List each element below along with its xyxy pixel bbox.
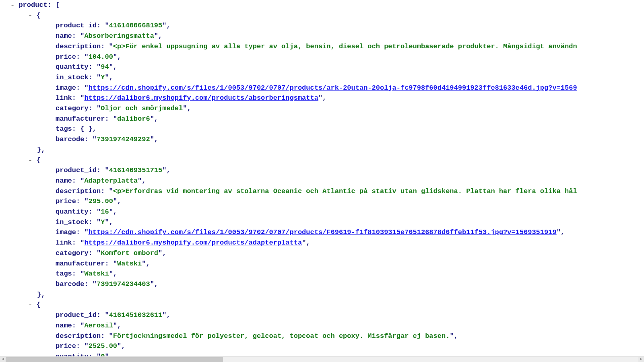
- field-manufacturer: manufacturer: "dalibor6",: [0, 114, 644, 124]
- object-open: - {: [0, 300, 644, 310]
- field-quantity: quantity: "0",: [0, 352, 644, 356]
- field-product-id: product_id: "4161409351715",: [0, 165, 644, 176]
- field-product-id: product_id: "4161451032611",: [0, 310, 644, 321]
- object-open: - {: [0, 155, 644, 166]
- root-array-open: - product: [: [0, 0, 644, 10]
- field-link: link: "https://dalibor6.myshopify.com/pr…: [0, 93, 644, 103]
- collapse-toggle-icon[interactable]: -: [28, 301, 36, 309]
- field-link: link: "https://dalibor6.myshopify.com/pr…: [0, 238, 644, 248]
- json-tree-viewer: - product: [ - { product_id: "4161400668…: [0, 0, 644, 356]
- field-barcode: barcode: "7391974249292",: [0, 134, 644, 145]
- object-close: },: [0, 290, 644, 300]
- object-close: },: [0, 145, 644, 155]
- field-description: description: "<p>Erfordras vid montering…: [0, 186, 644, 197]
- field-barcode: barcode: "7391974234403",: [0, 279, 644, 290]
- field-in-stock: in_stock: "Y",: [0, 72, 644, 83]
- scroll-left-button[interactable]: ◀: [0, 357, 6, 362]
- url-link[interactable]: https://dalibor6.myshopify.com/products/…: [84, 94, 318, 102]
- scroll-thumb[interactable]: [6, 357, 223, 362]
- field-image: image: "https://cdn.shopify.com/s/files/…: [0, 227, 644, 238]
- url-link[interactable]: https://dalibor6.myshopify.com/products/…: [84, 239, 302, 247]
- field-category: category: "Oljor och smörjmedel",: [0, 103, 644, 114]
- scroll-right-button[interactable]: ▶: [638, 357, 644, 362]
- field-name: name: "Adapterplatta",: [0, 176, 644, 186]
- field-manufacturer: manufacturer: "Watski",: [0, 259, 644, 269]
- field-name: name: "Absorberingsmatta",: [0, 31, 644, 41]
- object-open: - {: [0, 10, 644, 21]
- field-description: description: "Förtjockningsmedel för pol…: [0, 331, 644, 341]
- collapse-toggle-icon[interactable]: -: [28, 156, 36, 164]
- horizontal-scrollbar[interactable]: ◀ ▶: [0, 356, 644, 362]
- collapse-toggle-icon[interactable]: -: [28, 12, 36, 19]
- field-image: image: "https://cdn.shopify.com/s/files/…: [0, 83, 644, 93]
- field-tags: tags: "Watski",: [0, 269, 644, 279]
- field-tags: tags: { },: [0, 124, 644, 134]
- field-price: price: "2525.00",: [0, 341, 644, 352]
- collapse-toggle-icon[interactable]: -: [10, 1, 19, 9]
- url-link[interactable]: https://cdn.shopify.com/s/files/1/0053/9…: [89, 84, 577, 92]
- field-product-id: product_id: "4161400668195",: [0, 21, 644, 31]
- field-description: description: "<p>För enkel uppsugning av…: [0, 41, 644, 52]
- url-link[interactable]: https://cdn.shopify.com/s/files/1/0053/9…: [89, 228, 557, 236]
- field-category: category: "Komfort ombord",: [0, 248, 644, 259]
- field-price: price: "104.00",: [0, 52, 644, 62]
- field-quantity: quantity: "94",: [0, 62, 644, 72]
- field-name: name: "Aerosil",: [0, 321, 644, 331]
- field-in-stock: in_stock: "Y",: [0, 217, 644, 228]
- field-quantity: quantity: "16",: [0, 207, 644, 217]
- field-price: price: "295.00",: [0, 196, 644, 207]
